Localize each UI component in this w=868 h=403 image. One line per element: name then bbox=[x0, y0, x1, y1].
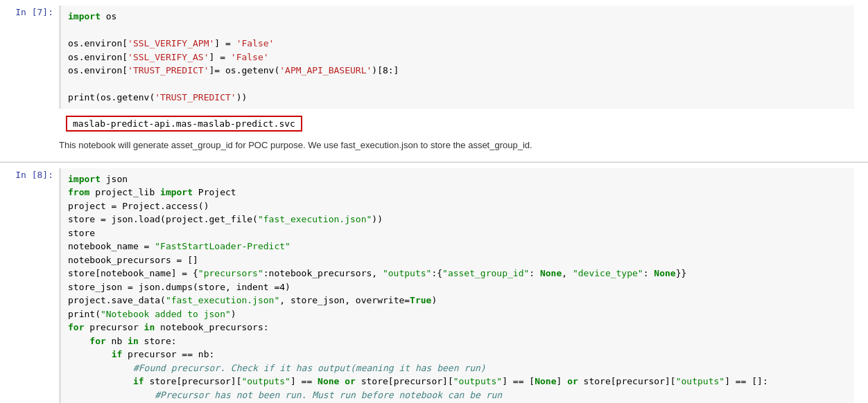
normal: os bbox=[101, 11, 116, 21]
kw-if-2: if bbox=[133, 376, 144, 386]
kw-if: if bbox=[112, 349, 123, 359]
normal: :{ bbox=[431, 268, 442, 278]
cell-8-code[interactable]: import json from project_lib import Proj… bbox=[59, 168, 854, 404]
str-fast-exec-2: "fast_execution.json" bbox=[166, 295, 279, 305]
normal bbox=[68, 376, 133, 386]
kw-from: from bbox=[68, 187, 89, 197]
kw-none-3: None bbox=[318, 376, 339, 386]
kw-for-1: for bbox=[68, 322, 84, 332]
normal: json bbox=[101, 174, 128, 184]
str-precursors: "precursors" bbox=[198, 268, 263, 278]
normal: ] = bbox=[214, 38, 236, 48]
str-fast-exec: "fast_execution.json" bbox=[258, 214, 372, 224]
str-false-2: 'False' bbox=[231, 52, 269, 62]
str-trust-predict-2: 'TRUST_PREDICT' bbox=[155, 92, 236, 102]
str-false-1: 'False' bbox=[236, 38, 275, 48]
normal: ] bbox=[556, 376, 567, 386]
str-nb-name: "FastStartLoader-Predict" bbox=[155, 241, 290, 251]
kw-true: True bbox=[410, 295, 431, 305]
str-asset-group: "asset_group_id" bbox=[442, 268, 529, 278]
cell-7: In [7]: import os os.environ['SSL_VERIFY… bbox=[0, 0, 868, 162]
normal: : bbox=[643, 268, 654, 278]
normal: , store_json, overwrite= bbox=[279, 295, 410, 305]
str-ssl-apm: 'SSL_VERIFY_APM' bbox=[128, 38, 214, 48]
kw-or-1: or bbox=[345, 376, 356, 386]
normal: )) bbox=[236, 92, 248, 102]
cell-7-code[interactable]: import os os.environ['SSL_VERIFY_APM'] =… bbox=[59, 6, 854, 109]
kw-import-1: import bbox=[68, 11, 101, 21]
comment-2: #Precursor has not been run. Must run be… bbox=[155, 390, 502, 400]
kw-in-1: in bbox=[144, 322, 155, 332]
kw-or-2: or bbox=[567, 376, 578, 386]
kw-in-2: in bbox=[128, 336, 139, 346]
str-outputs-4: "outputs" bbox=[676, 376, 724, 386]
kw-import-3: import bbox=[160, 187, 193, 197]
kw-none-1: None bbox=[540, 268, 562, 278]
cell-7-label: In [7]: bbox=[0, 6, 59, 156]
normal: : bbox=[529, 268, 540, 278]
normal: ] == [ bbox=[502, 376, 535, 386]
str-trust-predict: 'TRUST_PREDICT' bbox=[128, 65, 209, 75]
normal: ] = bbox=[209, 52, 231, 62]
str-apm-baseurl: 'APM_API_BASEURL' bbox=[279, 65, 372, 75]
cell-8: In [8]: import json from project_lib imp… bbox=[0, 163, 868, 404]
cell-7-prose: This notebook will generate asset_group_… bbox=[59, 134, 854, 156]
normal: nb bbox=[106, 336, 128, 346]
kw-import-2: import bbox=[68, 174, 101, 184]
cell-7-content: import os os.environ['SSL_VERIFY_APM'] =… bbox=[59, 6, 868, 156]
normal: store[precursor][ bbox=[578, 376, 676, 386]
normal: os.environ[ bbox=[68, 52, 128, 62]
normal: store[precursor][ bbox=[356, 376, 453, 386]
str-nb-added: "Notebook added to json" bbox=[101, 309, 231, 319]
str-outputs-3: "outputs" bbox=[453, 376, 502, 386]
normal: precursor bbox=[84, 322, 144, 332]
normal: project_lib bbox=[89, 187, 160, 197]
notebook: In [7]: import os os.environ['SSL_VERIFY… bbox=[0, 0, 868, 403]
kw-none-4: None bbox=[535, 376, 556, 386]
normal: store[precursor][ bbox=[144, 376, 242, 386]
kw-for-2: for bbox=[89, 336, 105, 346]
normal: :notebook_precursors, bbox=[263, 268, 383, 278]
normal: os.environ[ bbox=[68, 65, 128, 75]
comment-1: #Found precursor. Check if it has output… bbox=[133, 363, 486, 373]
normal: ]= os.getenv( bbox=[209, 65, 280, 75]
str-outputs: "outputs" bbox=[383, 268, 431, 278]
normal: notebook_precursors = [] store[notebook_… bbox=[68, 255, 198, 279]
str-outputs-2: "outputs" bbox=[241, 376, 290, 386]
cell-8-label: In [8]: bbox=[0, 168, 59, 404]
normal: print(os.getenv( bbox=[68, 92, 155, 102]
cell-7-output: maslab-predict-api.mas-maslab-predict.sv… bbox=[59, 113, 854, 134]
str-ssl-as: 'SSL_VERIFY_AS' bbox=[128, 52, 209, 62]
str-device-type: "device_type" bbox=[573, 268, 643, 278]
normal: ) bbox=[231, 309, 236, 319]
normal: ] == bbox=[290, 376, 318, 386]
normal: )[8:] bbox=[372, 65, 399, 75]
normal: os.environ[ bbox=[68, 38, 128, 48]
cell-7-output-text: maslab-predict-api.mas-maslab-predict.sv… bbox=[66, 116, 302, 132]
normal: , bbox=[562, 268, 573, 278]
cell-8-content: import json from project_lib import Proj… bbox=[59, 168, 868, 404]
kw-none-2: None bbox=[654, 268, 675, 278]
